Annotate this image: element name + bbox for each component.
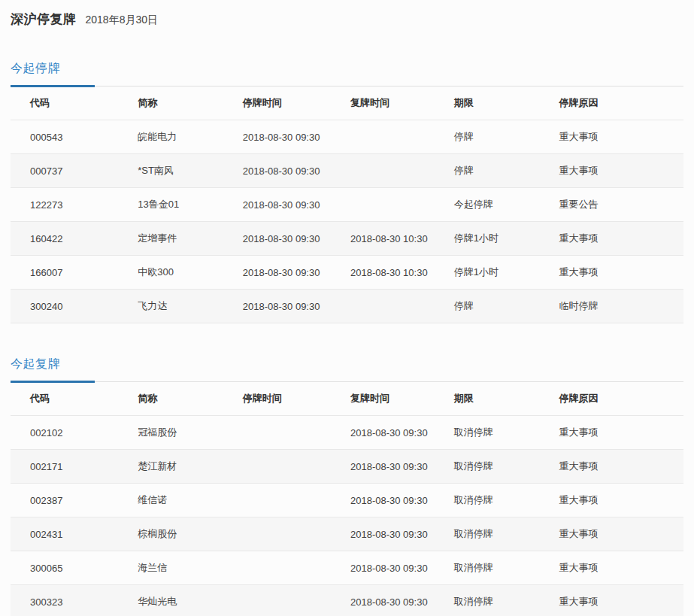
table-cell: 取消停牌: [435, 450, 540, 484]
column-header: 复牌时间: [331, 382, 435, 416]
table-cell: 停牌: [435, 120, 540, 154]
table-cell: [223, 585, 331, 616]
section-header: 今起复牌: [11, 357, 683, 382]
table-cell: 2018-08-30 09:30: [223, 290, 331, 323]
page: 深沪停复牌 2018年8月30日 今起停牌 代码简称停牌时间复牌时间期限停牌原因…: [0, 0, 694, 616]
table-cell: 临时停牌: [539, 290, 683, 323]
suspension-table: 代码简称停牌时间复牌时间期限停牌原因 000543皖能电力2018-08-30 …: [11, 86, 683, 323]
table-cell: 重大事项: [539, 484, 683, 517]
table-cell: 2018-08-30 09:30: [331, 450, 435, 484]
table-cell: [223, 551, 331, 585]
table-cell: 002102: [11, 416, 118, 450]
table-cell: [223, 416, 331, 450]
table-row: 160422定增事件2018-08-30 09:302018-08-30 10:…: [11, 222, 683, 256]
section-suspended-today: 今起停牌 代码简称停牌时间复牌时间期限停牌原因 000543皖能电力2018-0…: [11, 61, 683, 323]
table-cell: 2018-08-30 09:30: [223, 120, 331, 154]
table-row: 002171楚江新材2018-08-30 09:30取消停牌重大事项: [11, 450, 683, 484]
table-cell: 2018-08-30 09:30: [223, 222, 331, 256]
table-row: 002431棕榈股份2018-08-30 09:30取消停牌重大事项: [11, 517, 683, 551]
table-cell: 取消停牌: [435, 416, 540, 450]
table-cell: 取消停牌: [435, 517, 540, 551]
table-cell: 002387: [11, 484, 118, 517]
table-cell: 2018-08-30 10:30: [331, 222, 435, 256]
table-cell: 300240: [11, 290, 118, 323]
table-cell: 2018-08-30 09:30: [331, 484, 435, 517]
column-header: 期限: [435, 382, 540, 416]
table-cell: 重要公告: [539, 188, 683, 222]
table-cell: 300323: [11, 585, 118, 616]
table-cell: 2018-08-30 10:30: [331, 256, 435, 290]
table-cell: 重大事项: [539, 120, 683, 154]
table-cell: 停牌1小时: [435, 222, 540, 256]
table-header-row: 代码简称停牌时间复牌时间期限停牌原因: [11, 382, 683, 416]
table-cell: 停牌: [435, 154, 540, 188]
table-cell: [223, 450, 331, 484]
table-cell: 重大事项: [539, 585, 683, 616]
table-cell: 取消停牌: [435, 484, 540, 517]
table-row: 300323华灿光电2018-08-30 09:30取消停牌重大事项: [11, 585, 683, 616]
table-row: 000543皖能电力2018-08-30 09:30停牌重大事项: [11, 120, 683, 154]
table-cell: 160422: [11, 222, 118, 256]
table-cell: 重大事项: [539, 551, 683, 585]
table-cell: 华灿光电: [118, 585, 223, 616]
table-cell: 棕榈股份: [118, 517, 223, 551]
table-cell: 飞力达: [118, 290, 223, 323]
page-title: 深沪停复牌: [11, 11, 77, 28]
table-cell: [223, 484, 331, 517]
table-cell: 2018-08-30 09:30: [331, 416, 435, 450]
table-cell: 2018-08-30 09:30: [331, 517, 435, 551]
table-row: 166007中欧3002018-08-30 09:302018-08-30 10…: [11, 256, 683, 290]
table-cell: 122273: [11, 188, 118, 222]
table-cell: 取消停牌: [435, 585, 540, 616]
table-cell: 2018-08-30 09:30: [331, 551, 435, 585]
table-row: 002387维信诺2018-08-30 09:30取消停牌重大事项: [11, 484, 683, 517]
table-cell: 皖能电力: [118, 120, 223, 154]
table-cell: 002431: [11, 517, 118, 551]
table-row: 12227313鲁金012018-08-30 09:30今起停牌重要公告: [11, 188, 683, 222]
table-cell: 000543: [11, 120, 118, 154]
table-cell: 2018-08-30 09:30: [331, 585, 435, 616]
table-cell: 中欧300: [118, 256, 223, 290]
table-cell: 今起停牌: [435, 188, 540, 222]
table-cell: 2018-08-30 09:30: [223, 154, 331, 188]
page-header: 深沪停复牌 2018年8月30日: [11, 9, 683, 28]
table-cell: 2018-08-30 09:30: [223, 188, 331, 222]
table-cell: [331, 290, 435, 323]
column-header: 期限: [435, 86, 540, 120]
table-cell: [331, 154, 435, 188]
section-resumed-today: 今起复牌 代码简称停牌时间复牌时间期限停牌原因 002102冠福股份2018-0…: [11, 357, 683, 616]
table-cell: 002171: [11, 450, 118, 484]
column-header: 代码: [11, 382, 118, 416]
table-cell: [223, 517, 331, 551]
resumption-table: 代码简称停牌时间复牌时间期限停牌原因 002102冠福股份2018-08-30 …: [11, 382, 683, 616]
table-cell: [331, 120, 435, 154]
column-header: 停牌原因: [539, 86, 683, 120]
table-row: 300240飞力达2018-08-30 09:30停牌临时停牌: [11, 290, 683, 323]
section-title: 今起复牌: [11, 357, 60, 370]
table-cell: 重大事项: [539, 517, 683, 551]
table-cell: 取消停牌: [435, 551, 540, 585]
table-cell: 重大事项: [539, 256, 683, 290]
table-cell: 重大事项: [539, 222, 683, 256]
section-title: 今起停牌: [11, 62, 60, 74]
table-cell: 重大事项: [539, 154, 683, 188]
table-cell: 166007: [11, 256, 118, 290]
table-cell: 重大事项: [539, 450, 683, 484]
table-cell: 定增事件: [118, 222, 223, 256]
table-cell: 重大事项: [539, 416, 683, 450]
table-cell: 300065: [11, 551, 118, 585]
table-cell: 冠福股份: [118, 416, 223, 450]
table-cell: 楚江新材: [118, 450, 223, 484]
table-header-row: 代码简称停牌时间复牌时间期限停牌原因: [11, 86, 683, 120]
column-header: 复牌时间: [331, 86, 435, 120]
table-row: 002102冠福股份2018-08-30 09:30取消停牌重大事项: [11, 416, 683, 450]
column-header: 停牌时间: [223, 86, 331, 120]
table-cell: 停牌1小时: [435, 256, 540, 290]
column-header: 代码: [11, 86, 118, 120]
table-cell: 停牌: [435, 290, 540, 323]
table-cell: 2018-08-30 09:30: [223, 256, 331, 290]
column-header: 停牌时间: [223, 382, 331, 416]
table-row: 000737*ST南风2018-08-30 09:30停牌重大事项: [11, 154, 683, 188]
table-row: 300065海兰信2018-08-30 09:30取消停牌重大事项: [11, 551, 683, 585]
table-cell: 000737: [11, 154, 118, 188]
